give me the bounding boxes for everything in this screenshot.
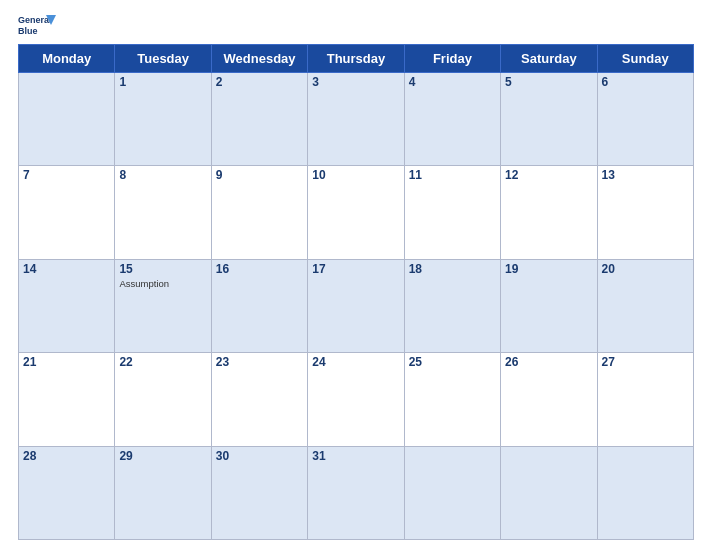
day-number: 11 bbox=[409, 168, 496, 182]
calendar-cell: 19 bbox=[501, 259, 597, 352]
calendar-table: MondayTuesdayWednesdayThursdayFridaySatu… bbox=[18, 44, 694, 540]
calendar-cell: 20 bbox=[597, 259, 693, 352]
logo: General Blue bbox=[18, 10, 56, 40]
day-number: 24 bbox=[312, 355, 399, 369]
day-number: 8 bbox=[119, 168, 206, 182]
calendar-row: 1415Assumption1617181920 bbox=[19, 259, 694, 352]
day-number: 29 bbox=[119, 449, 206, 463]
calendar-cell: 26 bbox=[501, 353, 597, 446]
calendar-cell bbox=[501, 446, 597, 539]
calendar-cell: 7 bbox=[19, 166, 115, 259]
calendar-cell: 22 bbox=[115, 353, 211, 446]
day-number: 10 bbox=[312, 168, 399, 182]
day-number: 28 bbox=[23, 449, 110, 463]
day-number: 15 bbox=[119, 262, 206, 276]
calendar-row: 28293031 bbox=[19, 446, 694, 539]
calendar-cell: 9 bbox=[211, 166, 307, 259]
calendar-cell: 14 bbox=[19, 259, 115, 352]
calendar-cell: 16 bbox=[211, 259, 307, 352]
day-number: 22 bbox=[119, 355, 206, 369]
calendar-cell: 2 bbox=[211, 73, 307, 166]
day-number: 23 bbox=[216, 355, 303, 369]
day-number: 21 bbox=[23, 355, 110, 369]
day-number: 30 bbox=[216, 449, 303, 463]
day-number: 9 bbox=[216, 168, 303, 182]
day-number: 4 bbox=[409, 75, 496, 89]
calendar-cell bbox=[597, 446, 693, 539]
calendar-cell: 15Assumption bbox=[115, 259, 211, 352]
weekday-header-monday: Monday bbox=[19, 45, 115, 73]
calendar-row: 78910111213 bbox=[19, 166, 694, 259]
calendar-cell: 31 bbox=[308, 446, 404, 539]
calendar-cell: 5 bbox=[501, 73, 597, 166]
holiday-label: Assumption bbox=[119, 278, 206, 289]
calendar-header: General Blue bbox=[18, 10, 694, 40]
calendar-cell: 6 bbox=[597, 73, 693, 166]
day-number: 3 bbox=[312, 75, 399, 89]
calendar-cell: 24 bbox=[308, 353, 404, 446]
calendar-cell: 25 bbox=[404, 353, 500, 446]
day-number: 25 bbox=[409, 355, 496, 369]
calendar-cell: 13 bbox=[597, 166, 693, 259]
day-number: 7 bbox=[23, 168, 110, 182]
calendar-cell: 21 bbox=[19, 353, 115, 446]
calendar-row: 123456 bbox=[19, 73, 694, 166]
day-number: 17 bbox=[312, 262, 399, 276]
day-number: 18 bbox=[409, 262, 496, 276]
day-number: 1 bbox=[119, 75, 206, 89]
calendar-cell: 12 bbox=[501, 166, 597, 259]
calendar-cell: 18 bbox=[404, 259, 500, 352]
calendar-cell: 27 bbox=[597, 353, 693, 446]
calendar-cell: 28 bbox=[19, 446, 115, 539]
weekday-header-friday: Friday bbox=[404, 45, 500, 73]
weekday-header-thursday: Thursday bbox=[308, 45, 404, 73]
day-number: 6 bbox=[602, 75, 689, 89]
day-number: 27 bbox=[602, 355, 689, 369]
calendar-cell bbox=[404, 446, 500, 539]
calendar-cell: 30 bbox=[211, 446, 307, 539]
day-number: 12 bbox=[505, 168, 592, 182]
svg-text:Blue: Blue bbox=[18, 26, 38, 36]
day-number: 5 bbox=[505, 75, 592, 89]
svg-text:General: General bbox=[18, 15, 52, 25]
day-number: 16 bbox=[216, 262, 303, 276]
calendar-cell: 17 bbox=[308, 259, 404, 352]
calendar-cell: 8 bbox=[115, 166, 211, 259]
day-number: 26 bbox=[505, 355, 592, 369]
calendar-cell: 4 bbox=[404, 73, 500, 166]
calendar-cell: 11 bbox=[404, 166, 500, 259]
calendar-cell: 1 bbox=[115, 73, 211, 166]
day-number: 19 bbox=[505, 262, 592, 276]
calendar-cell: 3 bbox=[308, 73, 404, 166]
weekday-header-saturday: Saturday bbox=[501, 45, 597, 73]
calendar-cell: 29 bbox=[115, 446, 211, 539]
calendar-cell: 10 bbox=[308, 166, 404, 259]
day-number: 31 bbox=[312, 449, 399, 463]
day-number: 14 bbox=[23, 262, 110, 276]
calendar-cell bbox=[19, 73, 115, 166]
weekday-header-tuesday: Tuesday bbox=[115, 45, 211, 73]
calendar-cell: 23 bbox=[211, 353, 307, 446]
day-number: 13 bbox=[602, 168, 689, 182]
calendar-row: 21222324252627 bbox=[19, 353, 694, 446]
day-number: 2 bbox=[216, 75, 303, 89]
weekday-header-wednesday: Wednesday bbox=[211, 45, 307, 73]
weekday-header-row: MondayTuesdayWednesdayThursdayFridaySatu… bbox=[19, 45, 694, 73]
weekday-header-sunday: Sunday bbox=[597, 45, 693, 73]
day-number: 20 bbox=[602, 262, 689, 276]
